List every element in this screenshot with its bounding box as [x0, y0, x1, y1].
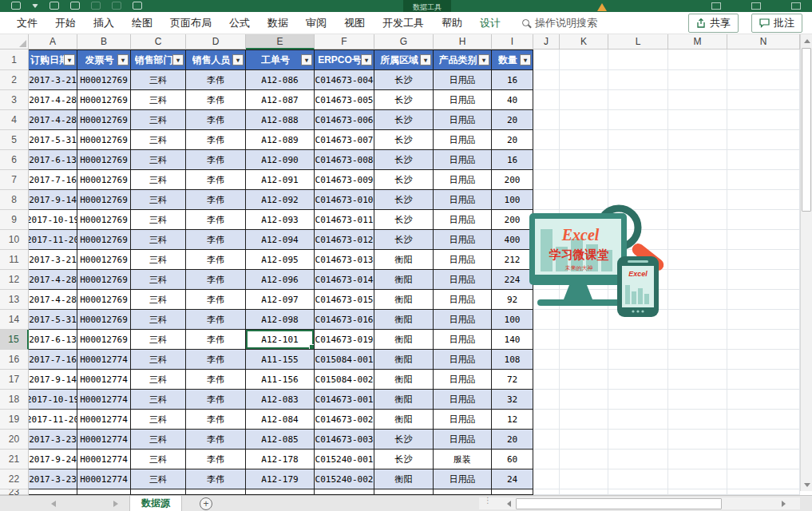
sheet-nav-left-icon[interactable] — [51, 501, 56, 507]
cell-B17[interactable]: H00012774 — [77, 370, 131, 390]
cell-F17[interactable]: C015084-002 — [315, 370, 374, 390]
cell-N3[interactable] — [727, 90, 800, 110]
cell-M2[interactable] — [668, 70, 727, 90]
cell-C8[interactable]: 三科 — [131, 190, 186, 210]
cell-I22[interactable]: 24 — [492, 469, 533, 489]
cell-E8[interactable]: A12-092 — [246, 190, 315, 210]
share-button[interactable]: 共享 — [688, 14, 739, 33]
cell-I18[interactable]: 32 — [492, 390, 533, 410]
cell-J2[interactable] — [533, 70, 560, 90]
row-header-9[interactable]: 9 — [0, 210, 29, 230]
column-header-J[interactable]: J — [533, 34, 560, 50]
row-header-13[interactable]: 13 — [0, 290, 29, 310]
cell-K2[interactable] — [560, 70, 608, 90]
cell-C2[interactable]: 三科 — [131, 70, 186, 90]
ribbon-tab-视图[interactable]: 视图 — [335, 12, 374, 34]
cell-A19[interactable]: 2017-11-20 — [29, 410, 77, 430]
cell-C15[interactable]: 三科 — [131, 330, 186, 350]
cell-I11[interactable]: 212 — [492, 250, 533, 270]
cell-N14[interactable] — [727, 310, 800, 330]
cell-G5[interactable]: 长沙 — [374, 130, 434, 150]
cell-E15[interactable]: A12-101 — [246, 330, 315, 350]
cell-F11[interactable]: C014673-013 — [315, 250, 374, 270]
cell-H12[interactable]: 日用品 — [434, 270, 492, 290]
cell-C4[interactable]: 三科 — [131, 110, 186, 130]
cell-G9[interactable]: 长沙 — [374, 210, 434, 230]
cell-E17[interactable]: A11-156 — [246, 370, 315, 390]
cell-I10[interactable]: 400 — [492, 230, 533, 250]
cell-N16[interactable] — [727, 350, 800, 370]
row-header-21[interactable]: 21 — [0, 450, 29, 469]
cell-N7[interactable] — [727, 170, 800, 190]
cell-H18[interactable]: 日用品 — [434, 390, 492, 410]
cell-F14[interactable]: C014673-016 — [315, 310, 374, 330]
cell-G6[interactable]: 长沙 — [374, 150, 434, 170]
cell-H20[interactable]: 日用品 — [434, 430, 492, 450]
cell-D21[interactable]: 李伟 — [186, 450, 246, 469]
cell-C16[interactable]: 三科 — [131, 350, 186, 370]
cell-J22[interactable] — [533, 469, 560, 489]
cell-J16[interactable] — [533, 350, 560, 370]
cell-C10[interactable]: 三科 — [131, 230, 186, 250]
cell-H10[interactable]: 日用品 — [434, 230, 492, 250]
cell-L22[interactable] — [608, 469, 668, 489]
cell-A12[interactable]: 2017-4-28 — [29, 270, 77, 290]
cell-K3[interactable] — [560, 90, 608, 110]
cell-J3[interactable] — [533, 90, 560, 110]
cell-I21[interactable]: 60 — [492, 450, 533, 469]
cell-M18[interactable] — [668, 390, 727, 410]
cell-J18[interactable] — [533, 390, 560, 410]
cell-K21[interactable] — [560, 450, 608, 469]
cell-K7[interactable] — [560, 170, 608, 190]
cell-J9[interactable] — [533, 210, 560, 230]
cell-B6[interactable]: H00012769 — [77, 150, 131, 170]
cell-H11[interactable]: 日用品 — [434, 250, 492, 270]
row-header-14[interactable]: 14 — [0, 310, 29, 330]
cell-A21[interactable]: 2017-9-24 — [29, 450, 77, 469]
cell-D8[interactable]: 李伟 — [186, 190, 246, 210]
cell-M1[interactable] — [668, 50, 727, 70]
cell-G7[interactable]: 长沙 — [374, 170, 434, 190]
cell-K22[interactable] — [560, 469, 608, 489]
cell-L4[interactable] — [608, 110, 668, 130]
cell-D9[interactable]: 李伟 — [186, 210, 246, 230]
cell-J13[interactable] — [533, 290, 560, 310]
cell-L1[interactable] — [608, 50, 668, 70]
cell-D10[interactable]: 李伟 — [186, 230, 246, 250]
cell-K16[interactable] — [560, 350, 608, 370]
column-header-E[interactable]: E — [246, 34, 315, 50]
cell-M16[interactable] — [668, 350, 727, 370]
cell-L23[interactable] — [608, 489, 668, 495]
cell-F20[interactable]: C014673-003 — [315, 430, 374, 450]
cell-F22[interactable]: C015240-002 — [315, 469, 374, 489]
restore-icon[interactable] — [791, 2, 801, 10]
cell-I14[interactable]: 100 — [492, 310, 533, 330]
cell-L10[interactable] — [608, 230, 668, 250]
cell-A16[interactable]: 2017-7-16 — [29, 350, 77, 370]
cell-H23[interactable] — [434, 489, 492, 495]
cell-G17[interactable]: 衡阳 — [374, 370, 434, 390]
ribbon-tab-帮助[interactable]: 帮助 — [433, 12, 471, 34]
cell-N18[interactable] — [727, 390, 800, 410]
cell-I5[interactable]: 20 — [492, 130, 533, 150]
cell-N8[interactable] — [727, 190, 800, 210]
cell-A4[interactable]: 2017-4-28 — [29, 110, 77, 130]
cell-M5[interactable] — [668, 130, 727, 150]
ribbon-tab-审阅[interactable]: 审阅 — [297, 12, 335, 34]
column-header-B[interactable]: B — [77, 34, 131, 50]
cell-G22[interactable]: 衡阳 — [374, 469, 434, 489]
cell-H1[interactable]: 产品类别 — [434, 50, 492, 70]
cell-J1[interactable] — [533, 50, 560, 70]
vertical-scroll-thumb[interactable] — [802, 48, 811, 212]
cell-D12[interactable]: 李伟 — [186, 270, 246, 290]
cell-F6[interactable]: C014673-008 — [315, 150, 374, 170]
cell-J20[interactable] — [533, 430, 560, 450]
cell-G8[interactable]: 长沙 — [374, 190, 434, 210]
cell-F1[interactable]: ERPCO号 — [315, 50, 374, 70]
cell-H16[interactable]: 日用品 — [434, 350, 492, 370]
cell-C23[interactable] — [131, 489, 186, 495]
cell-F19[interactable]: C014673-002 — [315, 410, 374, 430]
cell-F3[interactable]: C014673-005 — [315, 90, 374, 110]
cell-B7[interactable]: H00012769 — [77, 170, 131, 190]
cell-B19[interactable]: H00012774 — [77, 410, 131, 430]
